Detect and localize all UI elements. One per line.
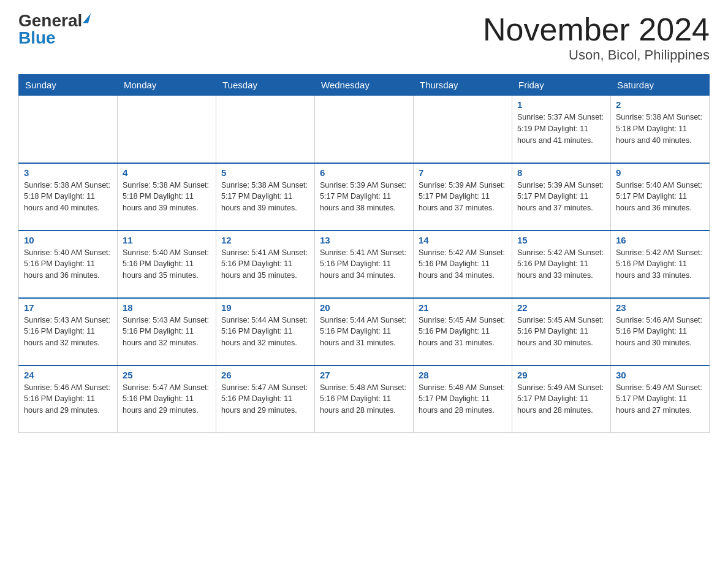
day-number: 8 [517, 167, 605, 178]
day-info: Sunrise: 5:47 AM Sunset: 5:16 PM Dayligh… [221, 382, 309, 416]
calendar-cell: 17Sunrise: 5:43 AM Sunset: 5:16 PM Dayli… [19, 298, 118, 366]
day-info: Sunrise: 5:45 AM Sunset: 5:16 PM Dayligh… [419, 315, 507, 349]
day-number: 7 [419, 167, 507, 178]
day-number: 6 [320, 167, 408, 178]
page-header: General Blue November 2024 Uson, Bicol, … [18, 12, 710, 63]
calendar-cell: 18Sunrise: 5:43 AM Sunset: 5:16 PM Dayli… [118, 298, 216, 366]
day-info: Sunrise: 5:49 AM Sunset: 5:17 PM Dayligh… [616, 382, 704, 416]
day-info: Sunrise: 5:40 AM Sunset: 5:16 PM Dayligh… [123, 247, 211, 282]
day-info: Sunrise: 5:49 AM Sunset: 5:17 PM Dayligh… [517, 382, 605, 416]
day-info: Sunrise: 5:38 AM Sunset: 5:18 PM Dayligh… [24, 180, 112, 214]
day-number: 5 [221, 167, 309, 178]
calendar-week-row: 1Sunrise: 5:37 AM Sunset: 5:19 PM Daylig… [19, 96, 710, 163]
day-number: 15 [517, 235, 605, 245]
day-info: Sunrise: 5:42 AM Sunset: 5:16 PM Dayligh… [517, 247, 605, 282]
day-info: Sunrise: 5:38 AM Sunset: 5:17 PM Dayligh… [221, 180, 309, 214]
day-info: Sunrise: 5:48 AM Sunset: 5:16 PM Dayligh… [320, 382, 408, 416]
col-header-monday: Monday [118, 75, 216, 96]
calendar-header-row: SundayMondayTuesdayWednesdayThursdayFrid… [19, 75, 710, 96]
day-info: Sunrise: 5:39 AM Sunset: 5:17 PM Dayligh… [419, 180, 507, 214]
day-number: 1 [517, 99, 605, 110]
day-number: 10 [24, 235, 112, 245]
calendar-cell: 13Sunrise: 5:41 AM Sunset: 5:16 PM Dayli… [315, 231, 414, 298]
calendar-cell: 19Sunrise: 5:44 AM Sunset: 5:16 PM Dayli… [216, 298, 315, 366]
day-info: Sunrise: 5:39 AM Sunset: 5:17 PM Dayligh… [517, 180, 605, 214]
calendar-cell: 2Sunrise: 5:38 AM Sunset: 5:18 PM Daylig… [611, 96, 710, 163]
calendar-cell: 21Sunrise: 5:45 AM Sunset: 5:16 PM Dayli… [414, 298, 512, 366]
calendar-cell: 11Sunrise: 5:40 AM Sunset: 5:16 PM Dayli… [118, 231, 216, 298]
day-number: 23 [616, 302, 704, 313]
day-number: 29 [517, 370, 605, 380]
calendar-cell: 14Sunrise: 5:42 AM Sunset: 5:16 PM Dayli… [414, 231, 512, 298]
day-info: Sunrise: 5:44 AM Sunset: 5:16 PM Dayligh… [320, 315, 408, 349]
calendar-cell: 1Sunrise: 5:37 AM Sunset: 5:19 PM Daylig… [512, 96, 611, 163]
day-number: 20 [320, 302, 408, 313]
day-number: 12 [221, 235, 309, 245]
calendar-cell: 20Sunrise: 5:44 AM Sunset: 5:16 PM Dayli… [315, 298, 414, 366]
day-info: Sunrise: 5:46 AM Sunset: 5:16 PM Dayligh… [24, 382, 112, 416]
calendar-cell: 5Sunrise: 5:38 AM Sunset: 5:17 PM Daylig… [216, 163, 315, 231]
calendar-cell [216, 96, 315, 163]
day-info: Sunrise: 5:37 AM Sunset: 5:19 PM Dayligh… [517, 112, 605, 146]
calendar-cell: 9Sunrise: 5:40 AM Sunset: 5:17 PM Daylig… [611, 163, 710, 231]
logo: General Blue [18, 12, 89, 47]
day-number: 19 [221, 302, 309, 313]
calendar-cell: 29Sunrise: 5:49 AM Sunset: 5:17 PM Dayli… [512, 366, 611, 433]
day-number: 21 [419, 302, 507, 313]
day-number: 3 [24, 167, 112, 178]
col-header-tuesday: Tuesday [216, 75, 315, 96]
day-number: 26 [221, 370, 309, 380]
calendar-cell: 12Sunrise: 5:41 AM Sunset: 5:16 PM Dayli… [216, 231, 315, 298]
day-info: Sunrise: 5:38 AM Sunset: 5:18 PM Dayligh… [616, 112, 704, 146]
calendar-week-row: 10Sunrise: 5:40 AM Sunset: 5:16 PM Dayli… [19, 231, 710, 298]
title-block: November 2024 Uson, Bicol, Philippines [483, 12, 710, 63]
calendar-cell: 23Sunrise: 5:46 AM Sunset: 5:16 PM Dayli… [611, 298, 710, 366]
logo-general-text: General [18, 12, 82, 29]
day-info: Sunrise: 5:45 AM Sunset: 5:16 PM Dayligh… [517, 315, 605, 349]
day-number: 25 [123, 370, 211, 380]
day-number: 16 [616, 235, 704, 245]
day-number: 22 [517, 302, 605, 313]
day-info: Sunrise: 5:43 AM Sunset: 5:16 PM Dayligh… [123, 315, 211, 349]
col-header-saturday: Saturday [611, 75, 710, 96]
calendar-cell: 7Sunrise: 5:39 AM Sunset: 5:17 PM Daylig… [414, 163, 512, 231]
col-header-thursday: Thursday [414, 75, 512, 96]
day-number: 24 [24, 370, 112, 380]
day-info: Sunrise: 5:43 AM Sunset: 5:16 PM Dayligh… [24, 315, 112, 349]
day-number: 30 [616, 370, 704, 380]
day-number: 28 [419, 370, 507, 380]
day-info: Sunrise: 5:42 AM Sunset: 5:16 PM Dayligh… [616, 247, 704, 282]
day-number: 17 [24, 302, 112, 313]
day-number: 2 [616, 99, 704, 110]
day-number: 4 [123, 167, 211, 178]
calendar-cell: 8Sunrise: 5:39 AM Sunset: 5:17 PM Daylig… [512, 163, 611, 231]
day-info: Sunrise: 5:41 AM Sunset: 5:16 PM Dayligh… [320, 247, 408, 282]
calendar-cell: 4Sunrise: 5:38 AM Sunset: 5:18 PM Daylig… [118, 163, 216, 231]
day-info: Sunrise: 5:47 AM Sunset: 5:16 PM Dayligh… [123, 382, 211, 416]
calendar-cell: 6Sunrise: 5:39 AM Sunset: 5:17 PM Daylig… [315, 163, 414, 231]
calendar-cell: 30Sunrise: 5:49 AM Sunset: 5:17 PM Dayli… [611, 366, 710, 433]
day-info: Sunrise: 5:44 AM Sunset: 5:16 PM Dayligh… [221, 315, 309, 349]
day-info: Sunrise: 5:41 AM Sunset: 5:16 PM Dayligh… [221, 247, 309, 282]
day-number: 18 [123, 302, 211, 313]
calendar-cell: 26Sunrise: 5:47 AM Sunset: 5:16 PM Dayli… [216, 366, 315, 433]
day-info: Sunrise: 5:42 AM Sunset: 5:16 PM Dayligh… [419, 247, 507, 282]
calendar-cell: 25Sunrise: 5:47 AM Sunset: 5:16 PM Dayli… [118, 366, 216, 433]
day-info: Sunrise: 5:40 AM Sunset: 5:16 PM Dayligh… [24, 247, 112, 282]
calendar-cell: 24Sunrise: 5:46 AM Sunset: 5:16 PM Dayli… [19, 366, 118, 433]
day-info: Sunrise: 5:39 AM Sunset: 5:17 PM Dayligh… [320, 180, 408, 214]
month-title: November 2024 [483, 12, 710, 47]
calendar-cell: 27Sunrise: 5:48 AM Sunset: 5:16 PM Dayli… [315, 366, 414, 433]
day-number: 14 [419, 235, 507, 245]
col-header-friday: Friday [512, 75, 611, 96]
calendar-cell: 10Sunrise: 5:40 AM Sunset: 5:16 PM Dayli… [19, 231, 118, 298]
calendar-cell: 22Sunrise: 5:45 AM Sunset: 5:16 PM Dayli… [512, 298, 611, 366]
calendar-week-row: 3Sunrise: 5:38 AM Sunset: 5:18 PM Daylig… [19, 163, 710, 231]
day-number: 27 [320, 370, 408, 380]
col-header-sunday: Sunday [19, 75, 118, 96]
calendar-table: SundayMondayTuesdayWednesdayThursdayFrid… [18, 74, 710, 433]
day-info: Sunrise: 5:46 AM Sunset: 5:16 PM Dayligh… [616, 315, 704, 349]
calendar-cell [414, 96, 512, 163]
day-info: Sunrise: 5:38 AM Sunset: 5:18 PM Dayligh… [123, 180, 211, 214]
calendar-cell [19, 96, 118, 163]
